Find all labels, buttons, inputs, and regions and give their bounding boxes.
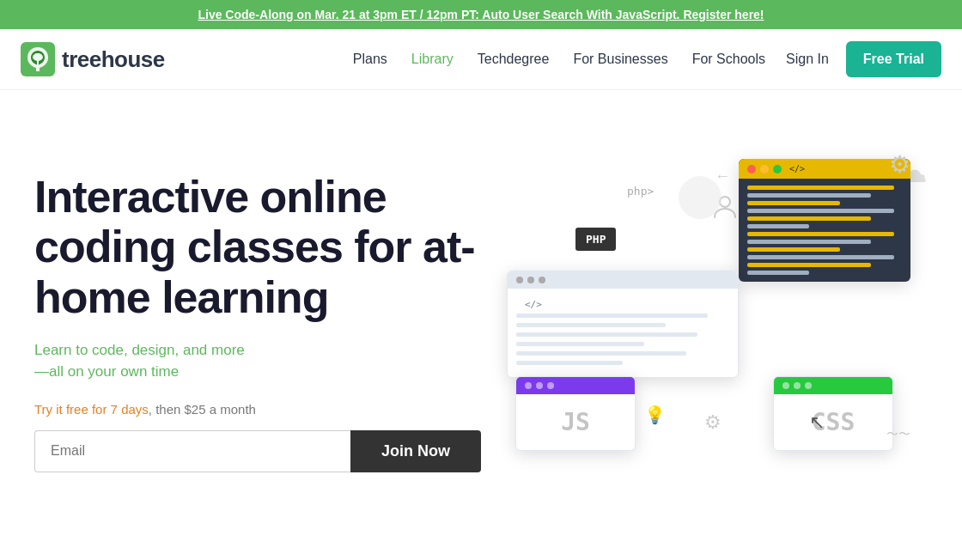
- nav-item-for-schools[interactable]: For Schools: [692, 52, 765, 66]
- dot-css-1: [782, 382, 789, 389]
- dot-green-php: [773, 165, 782, 173]
- trial-suffix: , then $25 a month: [149, 402, 256, 417]
- join-now-button[interactable]: Join Now: [350, 430, 481, 472]
- code-line-10: [747, 255, 894, 259]
- dot-a2: [527, 277, 534, 283]
- nav-item-techdegree[interactable]: Techdegree: [478, 52, 550, 66]
- code-line-3: [747, 201, 840, 205]
- hero-subtitle-dash: —: [34, 363, 49, 380]
- code-line-7: [747, 232, 894, 236]
- bulb-icon: 💡: [644, 405, 666, 425]
- js-window-titlebar: [516, 377, 635, 394]
- dot-css-2: [794, 382, 801, 389]
- dot-js-2: [536, 382, 543, 389]
- announcement-link[interactable]: Live Code-Along on Mar. 21 at 3pm ET / 1…: [198, 8, 764, 21]
- hero-subtitle-rest: on your own time: [64, 363, 179, 380]
- trial-link[interactable]: Try it free for 7 days: [34, 402, 149, 417]
- css-label: CSS: [774, 394, 892, 450]
- logo-icon: [21, 42, 55, 76]
- deco-circle: [679, 176, 722, 219]
- hero-subtitle-all: all: [49, 363, 64, 380]
- php-window-titlebar: </>: [739, 159, 910, 179]
- nav-links: Plans Library Techdegree For Businesses …: [353, 52, 765, 67]
- css-code-window: CSS: [773, 376, 893, 451]
- hero-content: Interactive online coding classes for at…: [34, 172, 481, 472]
- code-line-5: [747, 216, 871, 221]
- dot-js-1: [525, 382, 532, 389]
- hero-section: Interactive online coding classes for at…: [0, 90, 962, 537]
- code-bracket: </>: [789, 164, 805, 173]
- xml-content: </>: [508, 289, 738, 377]
- xml-tag: </>: [516, 295, 729, 313]
- php-code-lines: [739, 179, 910, 282]
- gear-icon: ⚙: [889, 150, 910, 179]
- nav-item-for-businesses[interactable]: For Businesses: [573, 52, 667, 66]
- php-float-text: php>: [627, 185, 654, 198]
- nav-item-plans[interactable]: Plans: [353, 52, 387, 66]
- code-line-1: [747, 186, 894, 190]
- code-line-4: [747, 209, 894, 213]
- code-line-2: [747, 193, 871, 198]
- xml-code-window: </>: [507, 271, 739, 378]
- navbar: treehouse Plans Library Techdegree For B…: [0, 29, 962, 90]
- code-line-12: [747, 271, 809, 275]
- logo-link[interactable]: treehouse: [21, 42, 165, 76]
- arrow-left-icon: ←: [715, 167, 730, 186]
- squiggle2-icon: 〜〜: [886, 427, 910, 442]
- nav-item-library[interactable]: Library: [411, 52, 454, 66]
- css-window-titlebar: [774, 377, 892, 394]
- announcement-bar: Live Code-Along on Mar. 21 at 3pm ET / 1…: [0, 0, 962, 29]
- dot-js-3: [547, 382, 554, 389]
- dot-red: [747, 165, 756, 173]
- js-code-window: JS: [515, 376, 636, 451]
- hero-illustration: ☁ php> ← </>: [498, 142, 928, 502]
- hero-trial-text: Try it free for 7 days, then $25 a month: [34, 402, 481, 417]
- free-trial-button[interactable]: Free Trial: [846, 41, 941, 77]
- js-label: JS: [516, 394, 635, 450]
- gear2-icon: ⚙: [704, 411, 722, 434]
- dot-a3: [539, 277, 545, 283]
- php-tag-label: PHP: [575, 228, 616, 251]
- hero-form: Join Now: [34, 430, 481, 472]
- logo-text: treehouse: [62, 46, 165, 73]
- php-code-window: </>: [739, 159, 910, 282]
- sign-in-link[interactable]: Sign In: [786, 52, 829, 67]
- email-input[interactable]: [34, 430, 350, 472]
- code-line-9: [747, 247, 840, 252]
- hero-subtitle-line1: Learn to code, design, and more: [34, 342, 245, 358]
- hero-subtitle: Learn to code, design, and more —all on …: [34, 339, 481, 383]
- xml-window-titlebar: [508, 271, 738, 289]
- code-line-11: [747, 263, 871, 267]
- hero-title: Interactive online coding classes for at…: [34, 172, 481, 322]
- cursor-icon: ↖: [809, 411, 825, 434]
- code-line-8: [747, 240, 871, 244]
- dot-yellow: [760, 165, 769, 173]
- dot-a1: [516, 277, 523, 283]
- dot-css-3: [805, 382, 812, 389]
- code-line-6: [747, 224, 809, 228]
